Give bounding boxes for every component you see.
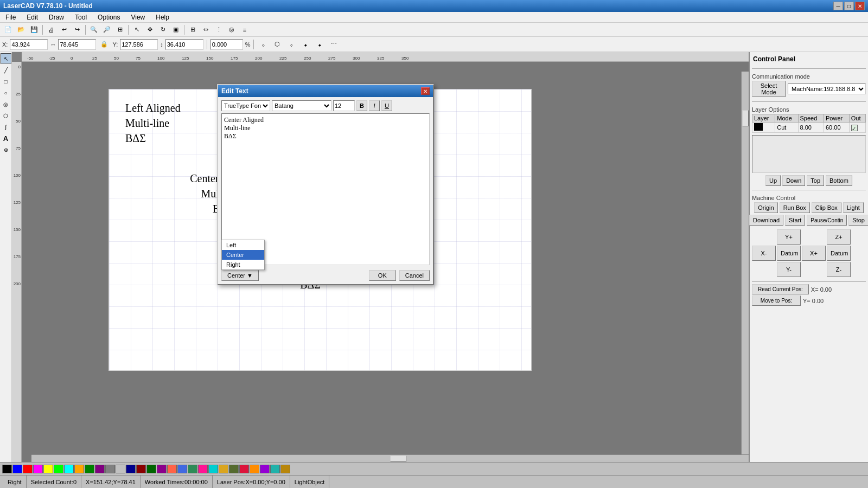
horizontal-scrollbar[interactable] — [31, 454, 749, 462]
close-button[interactable]: ✕ — [855, 2, 865, 10]
color-goldenrod[interactable] — [219, 465, 228, 473]
color-magenta[interactable] — [33, 465, 43, 473]
lock-btn[interactable]: 🔒 — [98, 38, 110, 50]
color-darkorange[interactable] — [250, 465, 259, 473]
mach-name-select[interactable]: MachName:192.168.8.8 — [788, 84, 866, 94]
menu-draw[interactable]: Draw — [46, 12, 67, 22]
z-minus-button[interactable]: Z- — [827, 262, 851, 277]
group-btn[interactable]: ▣ — [170, 24, 182, 36]
move-btn[interactable]: ✥ — [144, 24, 156, 36]
run-box-button[interactable]: Run Box — [780, 202, 810, 213]
zoom-fit-btn[interactable]: ⊞ — [114, 24, 126, 36]
cancel-button[interactable]: Cancel — [399, 270, 430, 281]
download-button[interactable]: Download — [749, 215, 783, 226]
color-royalblue[interactable] — [177, 465, 187, 473]
color-purple[interactable] — [95, 465, 105, 473]
dialog-close-button[interactable]: ✕ — [421, 87, 430, 95]
color-orange[interactable] — [74, 465, 84, 473]
minimize-button[interactable]: ─ — [833, 2, 843, 10]
vertical-scrollbar[interactable] — [741, 72, 749, 454]
mirror-btn[interactable]: ⇔ — [200, 24, 212, 36]
color-silver[interactable] — [116, 465, 125, 473]
rotate-btn[interactable]: ↻ — [157, 24, 169, 36]
origin-button[interactable]: Origin — [754, 202, 777, 213]
move-to-button[interactable]: Move to Pos: — [752, 296, 801, 306]
array-btn[interactable]: ⋮ — [213, 24, 225, 36]
menu-options[interactable]: Options — [94, 12, 123, 22]
print-btn[interactable]: 🖨 — [45, 24, 57, 36]
y-input[interactable] — [120, 39, 158, 50]
color-seagreen[interactable] — [188, 465, 197, 473]
color-darkmagenta[interactable] — [157, 465, 167, 473]
color-blue[interactable] — [12, 465, 22, 473]
draw-rect[interactable]: □ — [1, 76, 11, 87]
color-darkblue[interactable] — [126, 465, 136, 473]
draw-ellipse[interactable]: ◎ — [1, 99, 11, 110]
new-btn[interactable]: 📄 — [2, 24, 14, 36]
scroll-thumb-h[interactable] — [390, 455, 406, 462]
x-input[interactable] — [10, 39, 48, 50]
zoom-in-btn[interactable]: 🔍 — [88, 24, 100, 36]
scroll-thumb-v[interactable] — [742, 110, 749, 126]
align-left-option[interactable]: Left — [222, 240, 264, 250]
color-teal[interactable] — [270, 465, 280, 473]
color-olive[interactable] — [229, 465, 239, 473]
bottom-button[interactable]: Bottom — [826, 175, 852, 186]
menu-view[interactable]: View — [127, 12, 148, 22]
align-dropdown-button[interactable]: Center ▼ — [221, 270, 259, 281]
menu-file[interactable]: File — [2, 12, 19, 22]
draw-bezier[interactable]: ∫ — [1, 121, 11, 132]
align-left-btn[interactable]: ⬦ — [257, 38, 269, 50]
color-darkcyan[interactable] — [208, 465, 218, 473]
ok-button[interactable]: OK — [369, 270, 396, 281]
color-darkgolden[interactable] — [280, 465, 290, 473]
text-left[interactable]: Left AlignedMulti-lineΒΔΣ — [125, 100, 181, 146]
align-center-option[interactable]: Center — [222, 250, 264, 260]
select-tool[interactable]: ↖ — [1, 53, 11, 64]
color-red[interactable] — [23, 465, 33, 473]
align-right-option[interactable]: Right — [222, 260, 264, 269]
engrave-btn[interactable]: ≡ — [239, 24, 251, 36]
h-input[interactable] — [165, 39, 203, 50]
z-plus-button[interactable]: Z+ — [827, 229, 851, 245]
special-btn[interactable]: ⋯ — [328, 38, 340, 50]
layer-row[interactable]: Cut 8.00 60.00 ✓ — [752, 123, 866, 133]
color-cyan[interactable] — [64, 465, 74, 473]
menu-help[interactable]: Help — [152, 12, 173, 22]
clip-box-button[interactable]: Clip Box — [812, 202, 841, 213]
top-button[interactable]: Top — [807, 175, 824, 186]
color-green[interactable] — [54, 465, 63, 473]
node-edit[interactable]: ⊕ — [1, 144, 11, 155]
angle-input[interactable] — [210, 39, 243, 50]
text-tool[interactable]: A — [1, 133, 11, 144]
format-bold-btn[interactable]: B — [356, 100, 367, 111]
color-forest[interactable] — [146, 465, 156, 473]
color-yellow[interactable] — [43, 465, 53, 473]
flip-h-btn[interactable]: ⬥ — [299, 38, 311, 50]
color-crimson[interactable] — [239, 465, 249, 473]
flip-v-btn[interactable]: ⬥ — [314, 38, 326, 50]
draw-poly[interactable]: ⬡ — [1, 110, 11, 121]
draw-circle[interactable]: ○ — [1, 87, 11, 98]
y-minus-button[interactable]: Y- — [777, 262, 801, 277]
color-gray[interactable] — [105, 465, 115, 473]
color-deeppink[interactable] — [198, 465, 208, 473]
color-darkgreen[interactable] — [85, 465, 94, 473]
w-input[interactable] — [58, 39, 96, 50]
color-black[interactable] — [2, 465, 12, 473]
up-button[interactable]: Up — [765, 175, 781, 186]
datum-right-button[interactable]: Datum — [827, 246, 851, 261]
font-type-select[interactable]: TrueType Font — [221, 100, 270, 111]
align-r-btn[interactable]: ⬨ — [285, 38, 297, 50]
align-btn[interactable]: ⊞ — [187, 24, 199, 36]
font-size-input[interactable] — [333, 100, 355, 111]
save-btn[interactable]: 💾 — [28, 24, 40, 36]
offset-btn[interactable]: ◎ — [226, 24, 238, 36]
open-btn[interactable]: 📂 — [15, 24, 27, 36]
down-button[interactable]: Down — [782, 175, 805, 186]
select-btn[interactable]: ↖ — [131, 24, 143, 36]
format-underline-btn[interactable]: U — [381, 100, 392, 111]
color-violet[interactable] — [260, 465, 270, 473]
format-italic-btn[interactable]: I — [369, 100, 380, 111]
read-pos-button[interactable]: Read Current Pos: — [752, 284, 809, 294]
